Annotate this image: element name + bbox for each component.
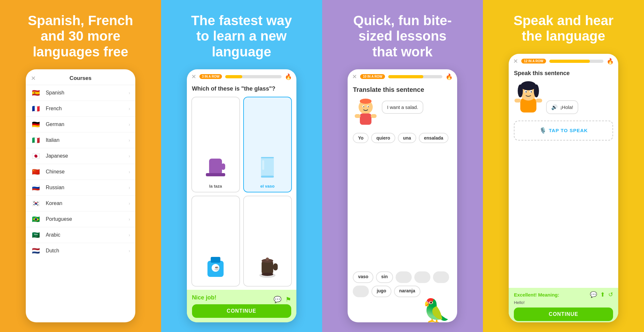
progress-bar-4 [549,60,604,63]
courses-header: ✕ Courses [26,69,135,85]
close-icon[interactable]: ✕ [31,75,36,82]
quiz-option-coffeebag[interactable]: ☕ [191,196,240,287]
translate-question: Translate this sentence [348,82,457,97]
chevron-icon: › [129,106,130,111]
course-item-ru[interactable]: 🇷🇺 Russian › [26,180,135,196]
course-item-zh[interactable]: 🇨🇳 Chinese › [26,164,135,180]
chevron-icon: › [129,90,130,95]
course-name-de: German [46,122,129,127]
panel-speak: Speak and hear the language ✕ 12 IN A RO… [483,0,644,332]
panel-quiz: The fastest way to learn a new language … [161,0,322,332]
word-chip-bottom [433,271,449,283]
panel-languages: Spanish, French and 30 more languages fr… [0,0,161,332]
chevron-icon: › [129,248,130,253]
svg-point-17 [266,258,269,261]
word-chip[interactable]: quiero [371,133,395,143]
course-item-fr[interactable]: 🇫🇷 French › [26,101,135,117]
svg-rect-5 [261,157,274,158]
word-chip[interactable]: ensalada [419,133,448,143]
quiz-option-coffeepot[interactable] [243,196,292,287]
owl-icon: 🦜 [422,299,451,322]
chat-icon-4[interactable]: 💬 [590,291,597,298]
chevron-icon: › [129,201,130,206]
courses-title: Courses [70,75,91,82]
course-item-ar[interactable]: 🇸🇦 Arabic › [26,227,135,243]
panel2-title: The fastest way to learn a new language [187,13,296,60]
word-chip[interactable]: Yo [353,133,369,143]
svg-rect-7 [262,160,264,170]
streak-badge-4: 12 IN A ROW [521,59,546,63]
progress-fill-3 [388,75,424,78]
progress-bar-3 [388,75,443,78]
course-list: 🇪🇸 Spanish › 🇫🇷 French › 🇩🇪 German › 🇮🇹 … [26,85,135,259]
svg-rect-3 [206,173,225,176]
mic-icon: 🎙️ [539,127,546,134]
word-bank-bottom: vasosinjugonaranja [348,269,457,299]
course-item-ko[interactable]: 🇰🇷 Korean › [26,196,135,211]
word-chip-bottom [396,271,412,283]
cup-icon [203,155,228,181]
quiz-option-glass[interactable]: el vaso [243,97,292,192]
flag-it: 🇮🇹 [31,137,41,144]
progress-fill [225,75,242,78]
speak-character-icon [514,79,543,114]
course-name-pt: Portuguese [46,216,129,222]
chat-icon[interactable]: 💬 [274,296,282,303]
speak-bubble: 🔊 ¡Hola! [546,100,578,114]
word-chip-bottom[interactable]: naranja [394,286,420,297]
streak-badge: 3 IN A ROW [199,74,222,79]
excellent-label: Excellent! Meaning: [514,292,559,298]
svg-rect-38 [536,99,542,103]
quiz-feedback-bar: Nice job! 💬 ⚑ CONTINUE [187,290,296,322]
quiz-option-cup[interactable]: la taza [191,97,240,192]
speech-text: I want a salad. [387,104,418,110]
flag-es: 🇪🇸 [31,89,41,96]
close-icon[interactable]: ✕ [352,73,357,80]
share-icon-4[interactable]: ⬆ [600,291,605,298]
word-chip-bottom[interactable]: sin [376,271,393,283]
speak-char-area: 🔊 ¡Hola! [509,79,618,117]
course-name-nl: Dutch [46,248,129,254]
continue-button-4[interactable]: CONTINUE [514,308,613,321]
svg-point-24 [368,106,369,107]
close-icon[interactable]: ✕ [191,73,196,80]
word-bank-top: Yoquierounaensalada [348,130,457,146]
course-name-es: Spanish [46,90,129,96]
phone-mockup-2: ✕ 3 IN A ROW 🔥 Which of these is "the gl… [187,69,296,322]
svg-rect-37 [514,99,521,103]
course-item-it[interactable]: 🇮🇹 Italian › [26,132,135,148]
flag-ja: 🇯🇵 [31,152,41,160]
course-item-ja[interactable]: 🇯🇵 Japanese › [26,148,135,164]
panel1-title: Spanish, French and 30 more languages fr… [26,13,135,60]
course-item-nl[interactable]: 🇳🇱 Dutch › [26,243,135,259]
word-chip-bottom [414,271,430,283]
tap-to-speak-box[interactable]: 🎙️ TAP TO SPEAK [514,121,613,141]
quiz-options: la taza el vaso ☕ [187,97,296,287]
option1-label: la taza [209,184,222,189]
flag-icon[interactable]: ⚑ [285,296,291,303]
svg-point-31 [518,84,523,97]
course-item-es[interactable]: 🇪🇸 Spanish › [26,85,135,101]
speak-header: ✕ 12 IN A ROW 🔥 [509,54,618,67]
repeat-icon-4[interactable]: ↺ [608,291,613,298]
course-item-pt[interactable]: 🇧🇷 Portuguese › [26,211,135,227]
coffee-bag-icon: ☕ [203,254,228,280]
flag-fr: 🇫🇷 [31,105,41,112]
chevron-icon: › [129,138,130,143]
word-chip-bottom[interactable]: jugo [371,286,391,297]
svg-point-30 [521,81,536,90]
continue-button-2[interactable]: CONTINUE [192,304,291,318]
course-name-it: Italian [46,137,129,143]
word-chip[interactable]: una [398,133,416,143]
course-item-de[interactable]: 🇩🇪 German › [26,117,135,132]
quiz-question: Which of these is "the glass"? [187,82,296,97]
flag-nl: 🇳🇱 [31,247,41,254]
close-icon[interactable]: ✕ [513,58,518,65]
panel3-title: Quick, fun bite-sized lessons that work [348,13,457,60]
word-chip-bottom[interactable]: vaso [353,271,373,283]
chevron-icon: › [129,169,130,174]
coffee-pot-icon [255,254,280,280]
course-name-ja: Japanese [46,153,129,159]
flag-ar: 🇸🇦 [31,231,41,239]
svg-point-16 [262,273,273,276]
